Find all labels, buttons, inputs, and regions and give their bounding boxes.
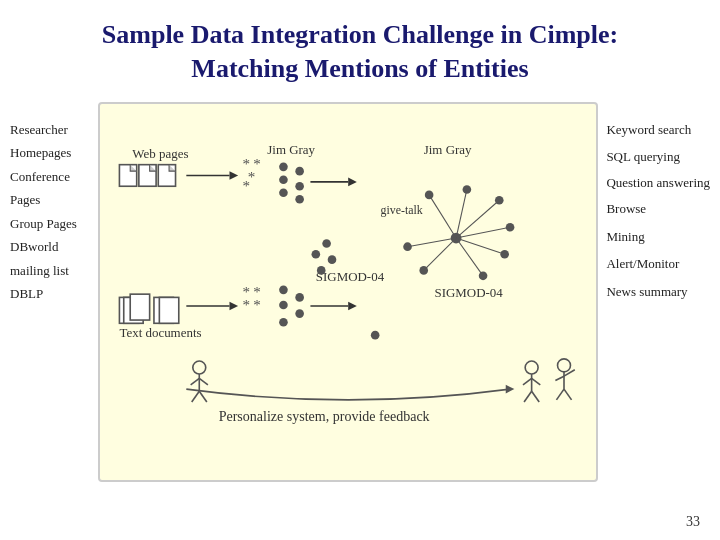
dot-bot-2 bbox=[295, 293, 304, 302]
dot-bot-4 bbox=[295, 309, 304, 318]
doc-icon-1 bbox=[119, 164, 136, 186]
figure-leg-left-r bbox=[199, 391, 207, 402]
figure-leg-left-l bbox=[192, 391, 200, 402]
title-line2: Matching Mentions of Entities bbox=[191, 54, 528, 83]
left-label-mailing-list: mailing list bbox=[10, 261, 90, 281]
left-label-pages: Pages bbox=[10, 190, 90, 210]
feedback-text: Personalize system, provide feedback bbox=[219, 409, 431, 424]
left-labels: Researcher Homepages Conference Pages Gr… bbox=[10, 102, 90, 482]
figure-leg-right-r bbox=[532, 391, 540, 402]
dot-6 bbox=[295, 194, 304, 203]
edge-3 bbox=[456, 200, 499, 238]
doc-icon-2 bbox=[139, 164, 156, 186]
give-talk-label: give-talk bbox=[381, 203, 423, 217]
edge-6 bbox=[456, 238, 483, 276]
text-docs-label: Text documents bbox=[119, 325, 201, 340]
sigmod-left-label: SIGMOD-04 bbox=[316, 269, 385, 284]
right-label-sql-querying: SQL querying bbox=[606, 147, 710, 167]
figure-head-left bbox=[193, 361, 206, 374]
edge-1 bbox=[429, 194, 456, 237]
dot-single-bot bbox=[371, 330, 380, 339]
page-title: Sample Data Integration Challenge in Cim… bbox=[30, 18, 690, 86]
figure-arm-right-l bbox=[523, 378, 532, 384]
asterisk-top-4: * bbox=[242, 177, 250, 193]
right-label-alert-monitor: Alert/Monitor bbox=[606, 254, 710, 274]
diagram-area: Web pages * * * * bbox=[98, 102, 598, 482]
figure2-arm-l bbox=[555, 376, 564, 380]
feedback-curve bbox=[186, 389, 510, 400]
figure2-leg-l bbox=[556, 389, 564, 400]
sigmod-right-label: SIGMOD-04 bbox=[435, 285, 504, 300]
asterisk-bot-3: * bbox=[242, 297, 250, 313]
figure-leg-right-l bbox=[524, 391, 532, 402]
edge-2 bbox=[456, 189, 467, 238]
dot-2 bbox=[295, 166, 304, 175]
figure-head-right bbox=[525, 361, 538, 374]
right-label-browse: Browse bbox=[606, 199, 710, 219]
asterisk-bot-4: * bbox=[253, 297, 261, 313]
right-label-question-answering: Question answering bbox=[606, 175, 710, 192]
arrowhead-bot bbox=[229, 301, 238, 310]
edge-5 bbox=[456, 238, 505, 254]
figure2-leg-r bbox=[564, 389, 572, 400]
right-label-news-summary: News summary bbox=[606, 282, 710, 302]
left-label-researcher: Researcher bbox=[10, 120, 90, 140]
arrowhead-mid-top bbox=[348, 177, 357, 186]
left-label-conference: Conference bbox=[10, 167, 90, 187]
dot-4 bbox=[295, 182, 304, 191]
sigmod-dot-3 bbox=[328, 255, 337, 264]
main-content: Researcher Homepages Conference Pages Gr… bbox=[10, 102, 710, 482]
left-label-group-pages: Group Pages bbox=[10, 214, 90, 234]
diagram-svg: Web pages * * * * bbox=[100, 104, 596, 480]
page-number: 33 bbox=[686, 514, 700, 530]
web-pages-label: Web pages bbox=[132, 146, 188, 161]
figure2-arm-r bbox=[564, 369, 575, 375]
title-line1: Sample Data Integration Challenge in Cim… bbox=[102, 20, 618, 49]
edge-4 bbox=[456, 227, 510, 238]
right-label-keyword-search: Keyword search bbox=[606, 120, 710, 140]
dot-bot-5 bbox=[279, 317, 288, 326]
figure-arm-left-l bbox=[191, 378, 200, 384]
dot-3 bbox=[279, 175, 288, 184]
sigmod-dot-4 bbox=[317, 266, 326, 275]
figure-arm-left-r bbox=[199, 378, 208, 384]
jim-gray-left-label: Jim Gray bbox=[267, 141, 315, 156]
sigmod-dot-1 bbox=[311, 250, 320, 259]
book-icon-5 bbox=[159, 297, 178, 323]
left-label-homepages: Homepages bbox=[10, 143, 90, 163]
jim-gray-right-label: Jim Gray bbox=[424, 141, 472, 156]
arrowhead-mid-bot bbox=[348, 301, 357, 310]
figure2-head bbox=[558, 358, 571, 371]
arrowhead-top bbox=[229, 171, 238, 180]
dot-1 bbox=[279, 162, 288, 171]
dot-bot-3 bbox=[279, 300, 288, 309]
right-label-mining: Mining bbox=[606, 227, 710, 247]
book-icon-3 bbox=[130, 294, 149, 320]
left-label-dblp: DBLP bbox=[10, 284, 90, 304]
left-label-dbworld: DBworld bbox=[10, 237, 90, 257]
dot-bot-1 bbox=[279, 285, 288, 294]
dot-5 bbox=[279, 188, 288, 197]
feedback-arrowhead bbox=[506, 384, 515, 393]
title-area: Sample Data Integration Challenge in Cim… bbox=[0, 0, 720, 96]
right-labels: Keyword search SQL querying Question ans… bbox=[606, 102, 710, 482]
figure-arm-right-r bbox=[532, 378, 541, 384]
sigmod-dot-2 bbox=[322, 239, 331, 248]
doc-icon-3 bbox=[158, 164, 175, 186]
